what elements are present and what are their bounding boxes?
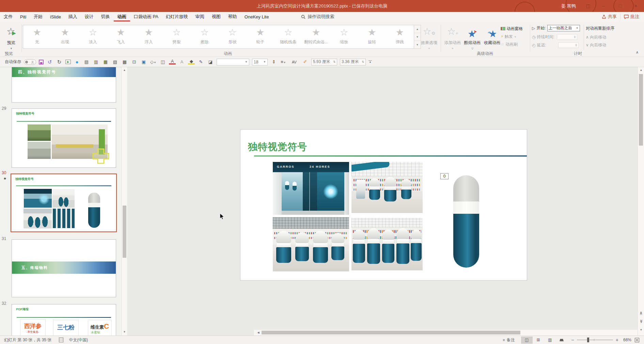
tab-slideshow[interactable]: 幻灯片放映 bbox=[162, 12, 192, 21]
trigger-button[interactable]: ⚡ 触发 ▼ bbox=[501, 34, 535, 40]
tab-piti[interactable]: Piti bbox=[16, 12, 30, 21]
text-effects-button[interactable]: A bbox=[178, 59, 185, 64]
tab-help[interactable]: 帮助 bbox=[224, 12, 241, 21]
eraser-button[interactable]: ◪ bbox=[207, 59, 214, 64]
preview-button[interactable]: ☆▶ 预览 ▼ bbox=[2, 25, 20, 50]
shapes-button[interactable]: ◇▼ bbox=[150, 59, 157, 64]
move-later-button[interactable]: ∨ 向后移动 bbox=[586, 42, 606, 48]
effect-none[interactable]: ★无 bbox=[23, 25, 51, 48]
share-button[interactable]: 共享 bbox=[602, 14, 617, 20]
account-name[interactable]: 姜 黑鸭 bbox=[561, 3, 576, 9]
notes-toggle[interactable]: ≡ 备注 bbox=[503, 337, 515, 343]
previous-slide-button[interactable]: ≪ bbox=[639, 310, 643, 316]
effect-spin[interactable]: ★旋转 bbox=[358, 25, 386, 48]
line-spacing-button[interactable]: ≡▼ bbox=[280, 59, 287, 64]
cool-animation-button[interactable]: ★➤ 酷炫动画 ▽ bbox=[462, 25, 482, 50]
effect-zoom[interactable]: ☆缩放 bbox=[330, 25, 358, 48]
row-height-button[interactable]: ⇕ bbox=[270, 59, 277, 64]
tab-review[interactable]: 审阅 bbox=[192, 12, 208, 21]
horizontal-scrollbar[interactable]: ◀ ▶ bbox=[254, 329, 644, 335]
tab-home[interactable]: 开始 bbox=[30, 12, 46, 21]
qat-overflow-button[interactable]: ▾ bbox=[368, 60, 372, 64]
proofing-icon[interactable] bbox=[59, 338, 63, 342]
text-box-button[interactable]: ▣ bbox=[140, 59, 147, 64]
animation-pane-button[interactable]: 动画窗格 bbox=[501, 26, 535, 32]
tab-transitions[interactable]: 切换 bbox=[97, 12, 114, 21]
format-painter-button[interactable]: ✐ bbox=[302, 59, 309, 64]
zoom-slider[interactable] bbox=[577, 340, 613, 340]
effect-random-bars[interactable]: ☆随机线条 bbox=[274, 25, 302, 48]
char-spacing-button[interactable]: AV bbox=[289, 60, 299, 64]
tab-onekey-lite[interactable]: OneKey Lite bbox=[241, 12, 273, 21]
redo-button[interactable]: ↻ bbox=[56, 59, 63, 65]
minimize-button[interactable]: – bbox=[598, 0, 610, 12]
effect-appear[interactable]: ★出现 bbox=[51, 25, 79, 48]
shape-fill-button[interactable]: ◆ bbox=[188, 59, 195, 64]
view-slide-sorter-button[interactable]: ⊞ bbox=[533, 336, 544, 344]
view-slideshow-button[interactable] bbox=[556, 336, 567, 344]
font-name-combo[interactable]: ▼ bbox=[217, 59, 249, 65]
effect-shape[interactable]: ☆形状 bbox=[218, 25, 246, 48]
fit-slide-to-window-button[interactable] bbox=[635, 338, 639, 342]
scroll-down-icon[interactable]: ▼ bbox=[638, 328, 644, 331]
slide-thumbnail-29[interactable]: 独特视觉符号 bbox=[12, 108, 116, 168]
undo-button[interactable]: ↺ bbox=[46, 59, 53, 65]
close-button[interactable]: × bbox=[630, 0, 642, 12]
zoom-level[interactable]: 66% bbox=[623, 338, 631, 342]
scroll-up-icon[interactable]: ▲ bbox=[122, 69, 127, 72]
animation-order-badge[interactable]: 0 bbox=[440, 173, 449, 179]
start-dropdown[interactable]: 上一动画之后 ▼ bbox=[547, 25, 580, 31]
scroll-down-icon[interactable]: ▼ bbox=[122, 330, 127, 333]
maximize-button[interactable]: □ bbox=[614, 0, 626, 12]
slide-30-canvas[interactable]: 独特视觉符号 GARROS 24 HORES bbox=[240, 129, 527, 281]
effect-options-button[interactable]: ☆⚙ 效果选项 ▼ bbox=[419, 25, 439, 50]
tab-pocket-animation[interactable]: 口袋动画 PA bbox=[130, 12, 162, 21]
effect-bounce[interactable]: ★弹跳 bbox=[386, 25, 414, 48]
scroll-up-icon[interactable]: ▲ bbox=[638, 69, 644, 72]
slide-thumbnail-32[interactable]: POP海报 西洋参 -养生食品- 三七粉 维生素C 水蜜味 bbox=[12, 304, 116, 335]
zoom-slider-thumb[interactable] bbox=[587, 338, 589, 342]
slide-title[interactable]: 独特视觉符号 bbox=[248, 140, 307, 153]
distribute-horizontal-button[interactable]: ▦ bbox=[102, 59, 109, 64]
slideshow-button[interactable]: ▶ bbox=[65, 60, 71, 64]
tab-design[interactable]: 设计 bbox=[81, 12, 97, 21]
effect-float-in[interactable]: ★浮入 bbox=[135, 25, 163, 48]
screenshot-button[interactable]: ◫ bbox=[159, 59, 166, 64]
photo-storefront[interactable]: GARROS 24 HORES G bbox=[273, 162, 349, 215]
capsule-graphic[interactable] bbox=[453, 175, 479, 268]
favorite-animation-button[interactable]: ☁★ 收藏动画 bbox=[482, 25, 502, 46]
scrollbar-thumb[interactable] bbox=[639, 74, 643, 146]
view-normal-button[interactable]: ◫ bbox=[521, 336, 533, 344]
shape-width-spinner[interactable]: 5.93 厘米⇅ bbox=[311, 59, 337, 65]
tell-me-search[interactable]: 操作说明搜索 bbox=[301, 12, 334, 21]
font-size-combo[interactable]: 18▼ bbox=[252, 59, 268, 65]
scroll-left-icon[interactable]: ◀ bbox=[255, 331, 261, 334]
photo-interior-3[interactable] bbox=[351, 218, 423, 270]
scrollbar-thumb[interactable] bbox=[262, 331, 520, 334]
zoom-out-button[interactable]: − bbox=[571, 337, 574, 343]
crop-button[interactable]: ⊡ bbox=[131, 59, 138, 64]
pen-button[interactable]: ✎ bbox=[198, 59, 204, 64]
tab-view[interactable]: 视图 bbox=[208, 12, 224, 21]
animation-painter-button[interactable]: ☆ 动画刷 bbox=[501, 42, 535, 47]
next-slide-button[interactable]: ≪ bbox=[639, 318, 643, 325]
slide-thumbnail-31[interactable]: 五、终端物料 bbox=[12, 239, 116, 297]
comments-button[interactable]: 批注 bbox=[624, 14, 639, 20]
tab-islide[interactable]: iSlide bbox=[46, 12, 65, 21]
scrollbar-thumb[interactable] bbox=[123, 206, 126, 258]
effect-wheel[interactable]: ★轮子 bbox=[246, 25, 274, 48]
ribbon-display-options-icon[interactable]: ◫ bbox=[582, 0, 594, 12]
move-earlier-button[interactable]: ∧ 向前移动 bbox=[586, 34, 606, 40]
delay-spinner[interactable]: ▲▼ bbox=[558, 42, 579, 48]
effect-flip[interactable]: ★翻转式由远... bbox=[302, 25, 330, 48]
photo-interior-1[interactable] bbox=[351, 162, 423, 213]
align-left-button[interactable]: ▤ bbox=[83, 59, 90, 64]
effect-fly-in[interactable]: ★飞入 bbox=[107, 25, 135, 48]
zoom-in-button[interactable]: + bbox=[616, 337, 618, 343]
align-middle-button[interactable]: ▧ bbox=[112, 59, 119, 64]
effect-wipe[interactable]: ☆擦除 bbox=[191, 25, 219, 48]
tab-file[interactable]: 文件 bbox=[0, 12, 16, 21]
add-animation-button[interactable]: ☆+ 添加动画 ▼ bbox=[443, 25, 462, 50]
effect-fade[interactable]: ☆淡入 bbox=[79, 25, 107, 48]
align-center-button[interactable]: ▥ bbox=[93, 59, 99, 64]
